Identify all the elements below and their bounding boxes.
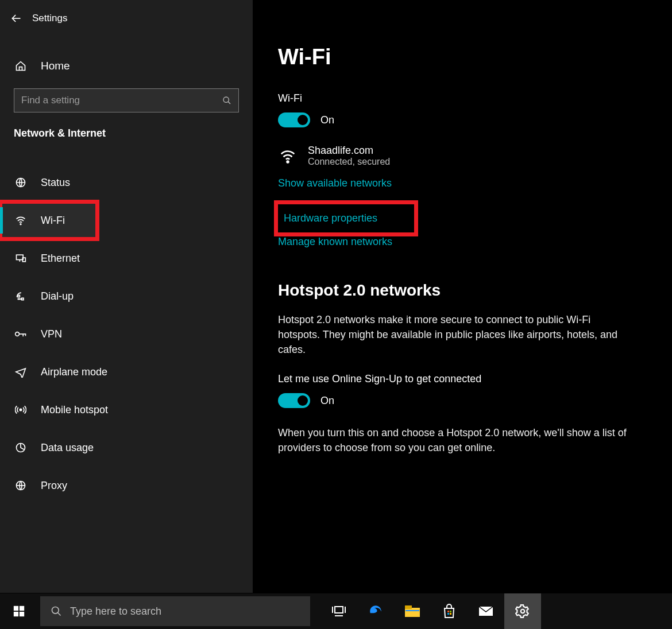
network-ssid: Shaadlife.com: [308, 145, 390, 157]
svg-rect-5: [17, 255, 24, 259]
sidebar-item-hotspot[interactable]: Mobile hotspot: [0, 391, 253, 429]
svg-point-10: [21, 298, 21, 299]
sidebar-item-proxy[interactable]: Proxy: [0, 467, 253, 504]
svg-point-1: [223, 97, 229, 102]
online-signup-label: Let me use Online Sign-Up to get connect…: [278, 373, 638, 385]
find-setting-input[interactable]: [21, 95, 222, 106]
search-icon: [51, 605, 62, 617]
store-icon[interactable]: [431, 593, 468, 630]
taskbar: Type here to search: [0, 593, 672, 629]
ethernet-icon: [14, 253, 27, 264]
svg-point-15: [20, 409, 21, 410]
svg-rect-30: [405, 608, 420, 617]
sidebar-item-label: Airplane mode: [41, 366, 107, 378]
network-status: Connected, secured: [308, 157, 390, 167]
globe-icon: [14, 177, 27, 188]
airplane-icon: [14, 366, 27, 378]
svg-point-37: [521, 609, 525, 614]
mail-icon[interactable]: [468, 593, 504, 630]
online-signup-toggle[interactable]: [278, 393, 310, 408]
connected-network[interactable]: Shaadlife.com Connected, secured: [278, 145, 638, 167]
svg-rect-22: [14, 612, 18, 616]
link-known-networks[interactable]: Manage known networks: [278, 236, 392, 248]
svg-point-8: [18, 298, 18, 299]
wifi-signal-icon: [278, 147, 298, 165]
svg-rect-33: [447, 611, 449, 612]
svg-rect-31: [405, 605, 412, 609]
task-view-button[interactable]: [320, 593, 357, 630]
svg-rect-32: [405, 610, 419, 611]
find-setting-search[interactable]: [14, 88, 239, 112]
sidebar-item-airplane[interactable]: Airplane mode: [0, 353, 253, 391]
hotspot-heading: Hotspot 2.0 networks: [278, 281, 638, 300]
svg-line-25: [58, 613, 61, 616]
sidebar-item-vpn[interactable]: VPN: [0, 315, 253, 353]
svg-point-4: [20, 224, 21, 225]
wifi-toggle-label: Wi-Fi: [278, 92, 638, 104]
sidebar-item-label: Status: [41, 177, 70, 189]
svg-rect-6: [22, 258, 25, 262]
sidebar-nav: Status Wi-Fi Ethernet: [0, 164, 253, 504]
svg-rect-26: [335, 607, 343, 613]
wifi-icon: [14, 215, 27, 226]
link-show-networks[interactable]: Show available networks: [278, 177, 392, 189]
svg-rect-34: [450, 611, 451, 612]
svg-point-24: [52, 607, 59, 614]
settings-sidebar: Settings Home Network & Internet: [0, 0, 253, 593]
online-signup-state: On: [320, 395, 334, 407]
proxy-icon: [14, 480, 27, 491]
back-button[interactable]: [0, 6, 32, 31]
hotspot-description: Hotspot 2.0 networks make it more secure…: [278, 312, 628, 357]
page-title: Wi-Fi: [278, 45, 638, 69]
wifi-toggle-state: On: [320, 114, 334, 126]
start-button[interactable]: [0, 593, 38, 630]
section-heading: Network & Internet: [0, 123, 253, 146]
svg-rect-36: [450, 613, 451, 615]
search-icon: [222, 96, 231, 105]
sidebar-item-label: Wi-Fi: [41, 215, 65, 227]
svg-rect-23: [20, 612, 24, 616]
sidebar-item-status[interactable]: Status: [0, 164, 253, 201]
svg-line-2: [228, 102, 230, 104]
sidebar-item-ethernet[interactable]: Ethernet: [0, 239, 253, 277]
hotspot-icon: [14, 404, 27, 416]
link-hardware-properties[interactable]: Hardware properties: [278, 204, 414, 232]
window-title: Settings: [32, 13, 67, 24]
home-icon: [14, 60, 27, 72]
svg-point-19: [287, 161, 289, 162]
sidebar-item-label: Proxy: [41, 480, 67, 492]
dialup-icon: [14, 290, 27, 302]
taskbar-search[interactable]: Type here to search: [40, 596, 310, 626]
home-label: Home: [41, 60, 70, 72]
sidebar-item-label: Data usage: [41, 442, 94, 454]
settings-taskbar-icon[interactable]: [504, 593, 541, 630]
sidebar-item-label: Dial-up: [41, 290, 74, 302]
vpn-icon: [14, 329, 27, 339]
svg-rect-20: [14, 606, 18, 611]
sidebar-item-label: Mobile hotspot: [41, 404, 108, 416]
sidebar-item-label: VPN: [41, 328, 62, 340]
sidebar-item-wifi[interactable]: Wi-Fi: [0, 201, 98, 239]
svg-point-11: [16, 332, 20, 336]
wifi-toggle[interactable]: [278, 112, 310, 127]
sidebar-item-dialup[interactable]: Dial-up: [0, 277, 253, 315]
datausage-icon: [14, 442, 27, 453]
hotspot-note: When you turn this on and choose a Hotsp…: [278, 425, 628, 455]
sidebar-item-datausage[interactable]: Data usage: [0, 429, 253, 467]
file-explorer-icon[interactable]: [394, 593, 431, 630]
svg-point-9: [20, 298, 20, 299]
home-button[interactable]: Home: [0, 49, 253, 83]
svg-rect-21: [20, 606, 24, 611]
edge-icon[interactable]: [357, 593, 394, 630]
taskbar-search-placeholder: Type here to search: [70, 605, 161, 618]
svg-rect-35: [447, 613, 449, 615]
sidebar-item-label: Ethernet: [41, 253, 80, 265]
settings-content: Wi-Fi Wi-Fi On Shaadlife.com Connected, …: [253, 0, 672, 593]
